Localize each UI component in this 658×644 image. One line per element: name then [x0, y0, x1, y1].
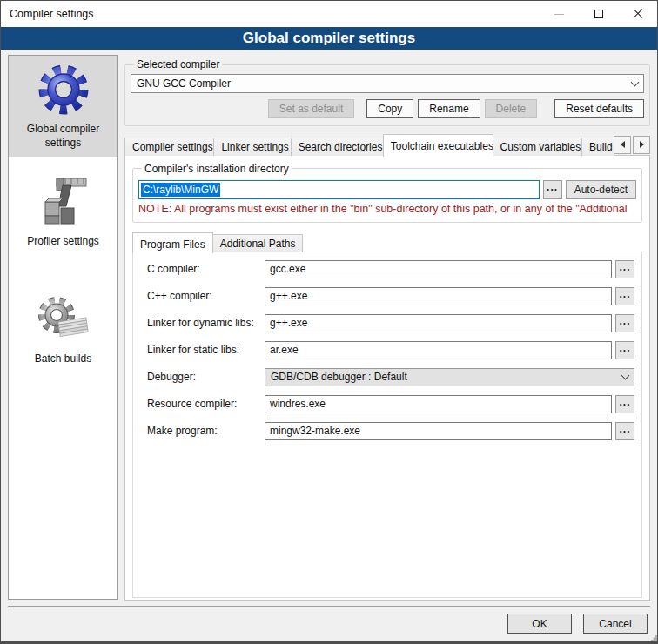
tab-search-directories[interactable]: Search directories — [291, 138, 384, 156]
install-dir-input[interactable]: C:\raylib\MinGW — [138, 180, 540, 199]
title-bar: Compiler settings — [1, 1, 657, 27]
program-tabstrip: Program Files Additional Paths — [132, 231, 642, 252]
minimize-button[interactable] — [540, 1, 579, 27]
copy-button[interactable]: Copy — [366, 99, 413, 118]
c-compiler-input[interactable]: gcc.exe — [265, 260, 612, 278]
reset-defaults-button[interactable]: Reset defaults — [554, 99, 644, 118]
field-row-cpp-compiler: C++ compiler: g++.exe ... — [147, 287, 634, 305]
sidebar-item-batch-builds[interactable]: Batch builds — [9, 291, 118, 366]
resource-compiler-input[interactable]: windres.exe — [265, 395, 612, 413]
resize-grip[interactable] — [654, 638, 655, 640]
compiler-select[interactable]: GNU GCC Compiler — [131, 74, 644, 93]
page-title: Global compiler settings — [1, 27, 657, 50]
selected-compiler-group-title: Selected compiler — [134, 58, 222, 70]
chevron-down-icon — [621, 371, 630, 379]
sidebar-item-profiler-settings[interactable]: Profiler settings — [9, 173, 118, 248]
close-icon — [633, 9, 643, 19]
tab-compiler-settings[interactable]: Compiler settings — [124, 138, 214, 156]
main-panel: Selected compiler GNU GCC Compiler Set a… — [124, 55, 650, 601]
compiler-buttons-row: Set as default Copy Rename Delete Reset … — [131, 99, 644, 118]
cancel-button[interactable]: Cancel — [583, 614, 648, 634]
field-value: gcc.exe — [270, 263, 306, 275]
field-label: C compiler: — [147, 263, 265, 275]
arrow-right-icon — [640, 141, 644, 148]
arrow-left-icon — [621, 141, 625, 148]
install-dir-row: C:\raylib\MinGW ... Auto-detect — [138, 180, 636, 199]
compiler-settings-dialog: Compiler settings Global compiler settin… — [0, 0, 658, 644]
field-label: Linker for static libs: — [147, 344, 265, 356]
rename-button[interactable]: Rename — [418, 99, 480, 118]
close-button[interactable] — [618, 1, 657, 27]
dynamic-linker-browse-button[interactable]: ... — [615, 314, 634, 332]
make-program-input[interactable]: mingw32-make.exe — [265, 422, 612, 440]
tab-additional-paths[interactable]: Additional Paths — [212, 234, 304, 252]
dialog-content: Global compiler settings Prof — [1, 50, 657, 601]
install-dir-browse-button[interactable]: ... — [543, 180, 562, 199]
program-files-page: C compiler: gcc.exe ... C++ compiler: g+… — [132, 252, 642, 598]
delete-button[interactable]: Delete — [485, 99, 538, 118]
dialog-footer: OK Cancel — [1, 606, 657, 641]
auto-detect-button[interactable]: Auto-detect — [566, 180, 636, 199]
tab-scroll-right-button[interactable] — [633, 136, 650, 154]
tab-build-options[interactable]: Build options — [581, 138, 614, 156]
field-row-resource-compiler: Resource compiler: windres.exe ... — [147, 395, 634, 413]
install-dir-group: Compiler's installation directory C:\ray… — [132, 163, 642, 223]
resource-compiler-browse-button[interactable]: ... — [615, 395, 634, 413]
cpp-compiler-browse-button[interactable]: ... — [615, 287, 634, 305]
field-value: g++.exe — [270, 290, 307, 302]
tab-scroll-arrows — [614, 136, 650, 154]
field-label: Make program: — [147, 425, 265, 437]
install-dir-value: C:\raylib\MinGW — [141, 183, 220, 197]
minimize-icon — [554, 14, 564, 15]
chevron-down-icon — [631, 77, 640, 86]
field-row-make-program: Make program: mingw32-make.exe ... — [147, 422, 634, 440]
debugger-select-value: GDB/CDB debugger : Default — [271, 371, 622, 383]
field-value: ar.exe — [270, 344, 299, 356]
install-dir-note: NOTE: All programs must exist either in … — [138, 203, 636, 215]
dynamic-linker-input[interactable]: g++.exe — [265, 314, 612, 332]
ok-button[interactable]: OK — [507, 614, 572, 634]
program-files-tab-control: Program Files Additional Paths C compile… — [132, 231, 642, 598]
debugger-select[interactable]: GDB/CDB debugger : Default — [265, 368, 634, 386]
sidebar-item-label: Batch builds — [31, 352, 95, 366]
window-title: Compiler settings — [10, 8, 94, 20]
field-row-dynamic-linker: Linker for dynamic libs: g++.exe ... — [147, 314, 634, 332]
install-dir-group-title: Compiler's installation directory — [142, 163, 292, 175]
tab-scroll-left-button[interactable] — [614, 136, 631, 154]
static-linker-input[interactable]: ar.exe — [265, 341, 612, 359]
sidebar-item-label: Profiler settings — [24, 234, 103, 248]
static-linker-browse-button[interactable]: ... — [615, 341, 634, 359]
field-label: Resource compiler: — [147, 398, 265, 410]
field-row-c-compiler: C compiler: gcc.exe ... — [147, 260, 634, 278]
toolchain-executables-page: Compiler's installation directory C:\ray… — [124, 155, 650, 601]
field-label: C++ compiler: — [147, 290, 265, 302]
settings-sidebar: Global compiler settings Prof — [8, 55, 118, 600]
sidebar-item-global-compiler-settings[interactable]: Global compiler settings — [9, 56, 118, 157]
settings-tabstrip: Compiler settings Linker settings Search… — [124, 133, 650, 156]
tab-linker-settings[interactable]: Linker settings — [213, 138, 291, 156]
field-row-static-linker: Linker for static libs: ar.exe ... — [147, 341, 634, 359]
maximize-icon — [594, 10, 603, 18]
field-label: Linker for dynamic libs: — [147, 317, 265, 329]
profiler-caliper-icon — [36, 173, 91, 229]
set-as-default-button[interactable]: Set as default — [268, 99, 354, 118]
maximize-button[interactable] — [579, 1, 618, 27]
c-compiler-browse-button[interactable]: ... — [615, 260, 634, 278]
field-label: Debugger: — [147, 371, 265, 383]
field-value: windres.exe — [270, 398, 326, 410]
tab-program-files[interactable]: Program Files — [132, 232, 213, 253]
field-value: g++.exe — [270, 317, 307, 329]
sidebar-item-label: Global compiler settings — [9, 122, 118, 150]
selected-compiler-group: Selected compiler GNU GCC Compiler Set a… — [124, 58, 650, 126]
field-row-debugger: Debugger: GDB/CDB debugger : Default — [147, 368, 634, 386]
blue-gear-icon — [36, 61, 91, 117]
window-controls — [540, 1, 657, 27]
cpp-compiler-input[interactable]: g++.exe — [265, 287, 612, 305]
batch-builds-gear-icon — [36, 291, 91, 346]
compiler-select-value: GNU GCC Compiler — [137, 77, 632, 90]
tab-custom-variables[interactable]: Custom variables — [493, 138, 582, 156]
tab-toolchain-executables[interactable]: Toolchain executables — [383, 134, 494, 157]
field-value: mingw32-make.exe — [270, 425, 360, 437]
make-program-browse-button[interactable]: ... — [615, 422, 634, 440]
